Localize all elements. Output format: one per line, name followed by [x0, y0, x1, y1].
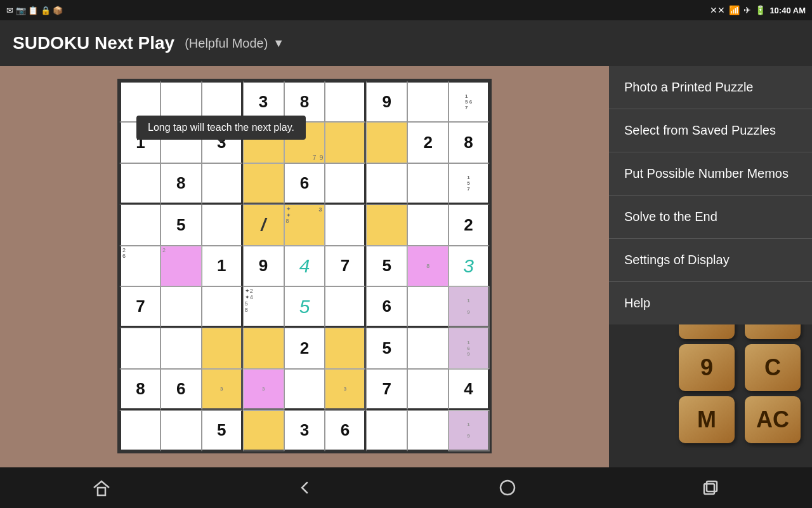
cell-r2c6[interactable]: [325, 122, 366, 163]
mode-selector[interactable]: (Helpful Mode) ▼: [185, 36, 284, 51]
cell-r1c8[interactable]: [407, 81, 449, 122]
svg-point-1: [501, 481, 514, 495]
cell-r5c7[interactable]: 5: [366, 246, 407, 287]
cell-r3c8[interactable]: [407, 163, 449, 204]
cell-r4c9[interactable]: 2: [449, 204, 490, 246]
cell-r8c6[interactable]: 3: [325, 369, 366, 410]
cell-r4c1[interactable]: [119, 204, 160, 246]
cell-r5c1[interactable]: 26: [119, 246, 160, 287]
cell-r8c8[interactable]: [407, 369, 449, 410]
cell-r4c7[interactable]: [366, 204, 407, 246]
cell-r9c9[interactable]: 19: [449, 410, 490, 451]
cell-r3c3[interactable]: [202, 163, 243, 204]
cell-r7c3[interactable]: [202, 328, 243, 369]
cell-r6c8[interactable]: [407, 286, 449, 328]
nav-home2-icon[interactable]: [488, 469, 527, 507]
nav-home-icon[interactable]: [82, 469, 121, 507]
wifi-icon: 📶: [729, 5, 740, 15]
cell-r3c1[interactable]: [119, 163, 160, 204]
cell-r3c9[interactable]: 157: [449, 163, 490, 204]
cell-r7c8[interactable]: [407, 328, 449, 369]
cell-r7c6[interactable]: [325, 328, 366, 369]
cell-r4c8[interactable]: [407, 204, 449, 246]
status-icons-right: ✕✕ 📶 ✈ 🔋 10:40 AM: [710, 5, 806, 15]
num-btn-ac[interactable]: AC: [745, 396, 801, 443]
app-title: SUDOKU Next Play: [13, 33, 174, 53]
cell-r7c1[interactable]: [119, 328, 160, 369]
tooltip: Long tap will teach the next play.: [136, 116, 306, 140]
cell-r4c6[interactable]: [325, 204, 366, 246]
cell-r9c8[interactable]: [407, 410, 449, 451]
cell-r5c6[interactable]: 7: [325, 246, 366, 287]
cell-r6c4[interactable]: ✦2✦458: [243, 286, 284, 328]
menu-item-memos[interactable]: Put Possible Number Memos: [609, 152, 812, 196]
cell-r6c1[interactable]: 7: [119, 286, 160, 328]
cell-r4c2[interactable]: 5: [160, 204, 202, 246]
num-btn-9[interactable]: 9: [679, 344, 735, 391]
nav-recents-icon[interactable]: [691, 469, 730, 507]
cell-r3c7[interactable]: [366, 163, 407, 204]
cell-r7c2[interactable]: [160, 328, 202, 369]
cell-r8c5[interactable]: [284, 369, 325, 410]
menu-item-solve[interactable]: Solve to the End: [609, 196, 812, 239]
cell-r8c2[interactable]: 6: [160, 369, 202, 410]
cell-r2c7[interactable]: [366, 122, 407, 163]
cell-r9c2[interactable]: [160, 410, 202, 451]
cell-r6c7[interactable]: 6: [366, 286, 407, 328]
num-btn-m[interactable]: M: [679, 396, 735, 443]
cell-r6c5[interactable]: 5: [284, 286, 325, 328]
cell-r1c7[interactable]: 9: [366, 81, 407, 122]
cell-r7c4[interactable]: [243, 328, 284, 369]
cell-r7c7[interactable]: 5: [366, 328, 407, 369]
cell-r8c3[interactable]: 3: [202, 369, 243, 410]
cell-r3c4[interactable]: [243, 163, 284, 204]
cell-r3c2[interactable]: 8: [160, 163, 202, 204]
tooltip-text: Long tap will teach the next play.: [148, 122, 294, 133]
cell-r6c2[interactable]: [160, 286, 202, 328]
nav-bar: [0, 467, 812, 508]
cell-r3c6[interactable]: [325, 163, 366, 204]
cell-r1c9[interactable]: 15 67: [449, 81, 490, 122]
cell-r9c5[interactable]: 3: [284, 410, 325, 451]
cell-r2c8[interactable]: 2: [407, 122, 449, 163]
cell-r4c4[interactable]: /: [243, 204, 284, 246]
cell-r5c8[interactable]: 8: [407, 246, 449, 287]
num-btn-c[interactable]: C: [745, 344, 801, 391]
cell-r2c9[interactable]: 8: [449, 122, 490, 163]
cell-r8c7[interactable]: 7: [366, 369, 407, 410]
airplane-icon: ✈: [743, 5, 751, 15]
cell-r9c4[interactable]: [243, 410, 284, 451]
main-content: Long tap will teach the next play. 3 8 9…: [0, 66, 812, 488]
cell-r8c1[interactable]: 8: [119, 369, 160, 410]
cell-r1c6[interactable]: [325, 81, 366, 122]
cell-r4c3[interactable]: [202, 204, 243, 246]
cell-r5c2[interactable]: 2: [160, 246, 202, 287]
cell-r8c9[interactable]: 4: [449, 369, 490, 410]
cell-r5c9[interactable]: 3: [449, 246, 490, 287]
cell-r9c7[interactable]: [366, 410, 407, 451]
cell-r6c9[interactable]: 19: [449, 286, 490, 328]
menu-item-settings[interactable]: Settings of Display: [609, 239, 812, 282]
cell-r3c5[interactable]: 6: [284, 163, 325, 204]
dropdown-arrow-icon[interactable]: ▼: [273, 37, 284, 50]
svg-rect-2: [704, 484, 714, 494]
cell-r5c4[interactable]: 9: [243, 246, 284, 287]
cell-r5c5[interactable]: 4: [284, 246, 325, 287]
menu-item-photo[interactable]: Photo a Printed Puzzle: [609, 66, 812, 109]
cell-r6c3[interactable]: [202, 286, 243, 328]
menu-item-help[interactable]: Help: [609, 282, 812, 324]
cell-r7c5[interactable]: 2: [284, 328, 325, 369]
menu-item-saved[interactable]: Select from Saved Puzzles: [609, 109, 812, 152]
cell-r8c4[interactable]: 3: [243, 369, 284, 410]
cell-r7c9[interactable]: 169: [449, 328, 490, 369]
svg-rect-3: [707, 481, 717, 491]
cell-r9c3[interactable]: 5: [202, 410, 243, 451]
cell-r6c6[interactable]: [325, 286, 366, 328]
status-icons-left: ✉ 📷 📋 🔒 📦: [6, 6, 63, 15]
cell-r4c5[interactable]: ✦✦8 3: [284, 204, 325, 246]
mode-label: (Helpful Mode): [185, 36, 268, 51]
nav-back-icon[interactable]: [285, 469, 324, 507]
cell-r9c6[interactable]: 6: [325, 410, 366, 451]
cell-r9c1[interactable]: [119, 410, 160, 451]
cell-r5c3[interactable]: 1: [202, 246, 243, 287]
